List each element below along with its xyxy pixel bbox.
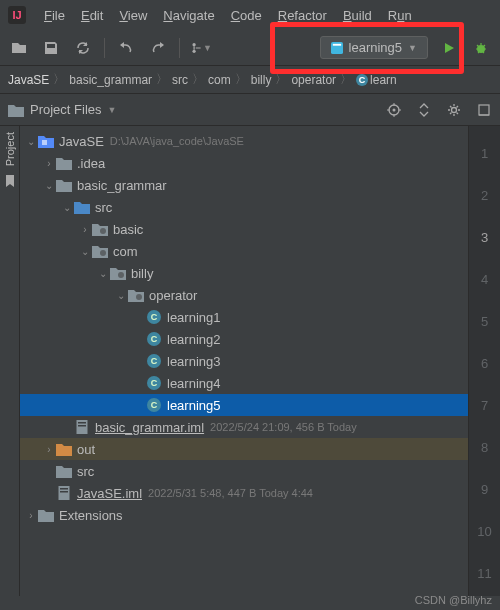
vcs-icon[interactable]: ▼ bbox=[190, 37, 212, 59]
tree-node[interactable]: › Extensions bbox=[20, 504, 468, 526]
svg-text:C: C bbox=[151, 378, 158, 388]
svg-rect-11 bbox=[42, 140, 47, 145]
menu-view[interactable]: View bbox=[113, 6, 153, 25]
node-label: learning1 bbox=[167, 310, 221, 325]
locate-icon[interactable] bbox=[386, 102, 402, 118]
tree-node-file[interactable]: C learning3 bbox=[20, 350, 468, 372]
collapse-icon[interactable]: ⌄ bbox=[114, 290, 128, 301]
svg-rect-28 bbox=[78, 425, 86, 427]
tree-node[interactable]: ⌄ operator bbox=[20, 284, 468, 306]
chevron-right-icon: 〉 bbox=[275, 71, 287, 88]
tree-node-file[interactable]: C learning2 bbox=[20, 328, 468, 350]
collapse-icon[interactable]: ⌄ bbox=[78, 246, 92, 257]
node-label: learning5 bbox=[167, 398, 221, 413]
project-tool-tab[interactable]: Project bbox=[4, 132, 16, 166]
tree-node[interactable]: › basic bbox=[20, 218, 468, 240]
menu-refactor[interactable]: Refactor bbox=[272, 6, 333, 25]
menu-edit[interactable]: Edit bbox=[75, 6, 109, 25]
sync-icon[interactable] bbox=[72, 37, 94, 59]
line-number: 3 bbox=[481, 216, 488, 258]
expand-icon[interactable]: › bbox=[42, 158, 56, 169]
node-label: src bbox=[77, 464, 94, 479]
chevron-right-icon: 〉 bbox=[192, 71, 204, 88]
run-config-label: learning5 bbox=[349, 40, 403, 55]
tree-node[interactable]: › out bbox=[20, 438, 468, 460]
application-icon bbox=[331, 42, 343, 54]
menu-code[interactable]: Code bbox=[225, 6, 268, 25]
node-label: Extensions bbox=[59, 508, 123, 523]
svg-text:C: C bbox=[151, 334, 158, 344]
menu-file[interactable]: File bbox=[38, 6, 71, 25]
node-meta: 2022/5/24 21:09, 456 B Today bbox=[210, 421, 357, 433]
bookmark-icon[interactable] bbox=[3, 174, 17, 188]
crumb-item[interactable]: src bbox=[172, 73, 188, 87]
project-view-selector[interactable]: Project Files ▼ bbox=[8, 102, 116, 117]
watermark: CSDN @Billyhz bbox=[415, 594, 492, 606]
node-label: out bbox=[77, 442, 95, 457]
gear-icon[interactable] bbox=[446, 102, 462, 118]
svg-text:C: C bbox=[359, 75, 366, 85]
line-number: 1 bbox=[481, 132, 488, 174]
node-meta: 2022/5/31 5:48, 447 B Today 4:44 bbox=[148, 487, 313, 499]
tree-node[interactable]: ⌄ src bbox=[20, 196, 468, 218]
chevron-down-icon: ▼ bbox=[108, 105, 117, 115]
panel-title: Project Files bbox=[30, 102, 102, 117]
svg-rect-2 bbox=[331, 42, 343, 54]
tree-node[interactable]: › .idea bbox=[20, 152, 468, 174]
save-icon[interactable] bbox=[40, 37, 62, 59]
menu-build[interactable]: Build bbox=[337, 6, 378, 25]
svg-rect-30 bbox=[60, 488, 68, 490]
crumb-item[interactable]: com bbox=[208, 73, 231, 87]
node-label: billy bbox=[131, 266, 153, 281]
node-label: operator bbox=[149, 288, 197, 303]
tree-node[interactable]: ⌄ billy bbox=[20, 262, 468, 284]
line-number: 6 bbox=[481, 342, 488, 384]
svg-point-8 bbox=[393, 108, 396, 111]
hide-icon[interactable] bbox=[476, 102, 492, 118]
tree-node-file[interactable]: basic_grammar.iml 2022/5/24 21:09, 456 B… bbox=[20, 416, 468, 438]
crumb-root[interactable]: JavaSE bbox=[8, 73, 49, 87]
expand-icon[interactable]: › bbox=[42, 444, 56, 455]
svg-text:C: C bbox=[151, 356, 158, 366]
tree-node-file[interactable]: C learning4 bbox=[20, 372, 468, 394]
node-label: learning4 bbox=[167, 376, 221, 391]
tool-window-stripe: Project bbox=[0, 126, 20, 596]
run-button[interactable] bbox=[438, 37, 460, 59]
collapse-icon[interactable]: ⌄ bbox=[42, 180, 56, 191]
undo-icon[interactable] bbox=[115, 37, 137, 59]
crumb-item[interactable]: operator bbox=[291, 73, 336, 87]
node-label: basic bbox=[113, 222, 143, 237]
menu-navigate[interactable]: Navigate bbox=[157, 6, 220, 25]
line-number: 7 bbox=[481, 384, 488, 426]
crumb-item[interactable]: learn bbox=[370, 73, 397, 87]
menu-bar: IJ File Edit View Navigate Code Refactor… bbox=[0, 0, 500, 30]
collapse-icon[interactable]: ⌄ bbox=[96, 268, 110, 279]
expand-icon[interactable]: › bbox=[78, 224, 92, 235]
tree-node[interactable]: ⌄ com bbox=[20, 240, 468, 262]
tree-node-file[interactable]: JavaSE.iml 2022/5/31 5:48, 447 B Today 4… bbox=[20, 482, 468, 504]
node-label: .idea bbox=[77, 156, 105, 171]
open-icon[interactable] bbox=[8, 37, 30, 59]
line-number: 11 bbox=[477, 552, 491, 594]
debug-button[interactable] bbox=[470, 37, 492, 59]
collapse-icon[interactable]: ⌄ bbox=[24, 136, 38, 147]
tree-node-root[interactable]: ⌄ JavaSE D:\JAVA\java_code\JavaSE bbox=[20, 130, 468, 152]
svg-rect-31 bbox=[60, 491, 68, 493]
tree-node[interactable]: src bbox=[20, 460, 468, 482]
expand-all-icon[interactable] bbox=[416, 102, 432, 118]
collapse-icon[interactable]: ⌄ bbox=[60, 202, 74, 213]
run-configuration-selector[interactable]: learning5 ▼ bbox=[320, 36, 428, 59]
node-label: basic_grammar.iml bbox=[95, 420, 204, 435]
tree-node[interactable]: ⌄ basic_grammar bbox=[20, 174, 468, 196]
tree-node-file-selected[interactable]: C learning5 bbox=[20, 394, 468, 416]
redo-icon[interactable] bbox=[147, 37, 169, 59]
crumb-item[interactable]: billy bbox=[251, 73, 272, 87]
tree-node-file[interactable]: C learning1 bbox=[20, 306, 468, 328]
svg-rect-3 bbox=[332, 43, 340, 45]
node-path: D:\JAVA\java_code\JavaSE bbox=[110, 135, 244, 147]
crumb-item[interactable]: basic_grammar bbox=[69, 73, 152, 87]
menu-run[interactable]: Run bbox=[382, 6, 418, 25]
expand-icon[interactable]: › bbox=[24, 510, 38, 521]
project-tree[interactable]: ⌄ JavaSE D:\JAVA\java_code\JavaSE › .ide… bbox=[20, 126, 468, 596]
line-number: 2 bbox=[481, 174, 488, 216]
